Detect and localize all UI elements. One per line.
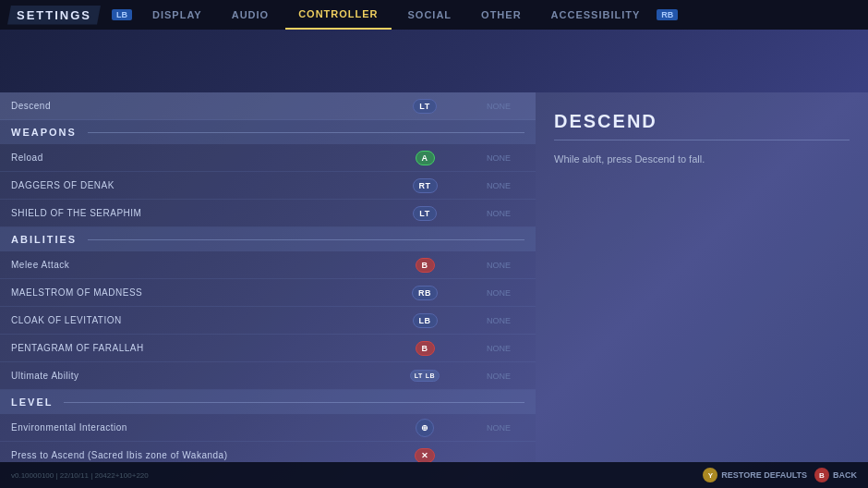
binding-key-descend[interactable]: LT — [388, 99, 462, 114]
binding-label-maelstrom: MAELSTROM OF MADNESS — [0, 287, 388, 298]
binding-label-daggers: DAGGERS OF DENAK — [0, 180, 388, 190]
binding-row-shield[interactable]: SHIELD OF THE SERAPHIM LT NONE — [0, 200, 536, 227]
detail-title: DESCEND — [554, 111, 850, 132]
binding-key-melee[interactable]: B — [388, 258, 462, 273]
key-combo-ultimate: LT LB — [410, 370, 440, 382]
nav-tab-other[interactable]: OTHER — [468, 0, 535, 30]
binding-secondary-pentagram: NONE — [462, 344, 536, 353]
detail-divider — [554, 140, 850, 140]
binding-key-daggers[interactable]: RT — [388, 178, 462, 193]
key-lt-shield: LT — [413, 206, 436, 221]
nav-tab-social[interactable]: SOCIAL — [395, 0, 465, 30]
section-abilities: ABILITIES — [0, 227, 536, 251]
binding-row-pentagram[interactable]: PENTAGRAM OF FARALLAH B NONE — [0, 335, 536, 362]
binding-key-ultimate[interactable]: LT LB — [388, 370, 462, 382]
section-line-abilities — [88, 239, 524, 240]
key-a-reload: A — [416, 151, 435, 165]
binding-key-pentagram[interactable]: B — [388, 341, 462, 356]
detail-description: While aloft, press Descend to fall. — [554, 152, 850, 167]
binding-secondary-reload: NONE — [462, 153, 536, 163]
binding-secondary-descend: NONE — [462, 102, 536, 111]
bindings-panel[interactable]: Descend LT NONE WEAPONS Reload A NONE DA… — [0, 92, 536, 462]
binding-secondary-cloak: NONE — [462, 316, 536, 325]
binding-secondary-maelstrom: NONE — [462, 288, 536, 298]
key-b-pentagram: B — [416, 341, 435, 356]
nav-tab-display[interactable]: DISPLAY — [139, 0, 215, 30]
section-weapons: WEAPONS — [0, 120, 536, 144]
key-env-interact: ⊕ — [416, 419, 434, 437]
section-title-abilities: ABILITIES — [11, 234, 77, 245]
key-lt-descend: LT — [413, 99, 436, 114]
rb-nav-badge: RB — [657, 9, 678, 20]
nav-tab-accessibility[interactable]: ACCESSIBILITY — [538, 0, 654, 30]
key-x-ascend: ✕ — [415, 448, 436, 463]
binding-secondary-ultimate: NONE — [462, 372, 536, 381]
binding-row-cloak[interactable]: CLOAK OF LEVITATION LB NONE — [0, 307, 536, 335]
binding-secondary-melee: NONE — [462, 261, 536, 270]
version-info: v0.10000100 | 22/10/11 | 20422+100+220 — [11, 471, 149, 480]
key-rb-maelstrom: RB — [412, 286, 438, 300]
settings-logo: SETTINGS — [7, 6, 101, 25]
binding-key-maelstrom[interactable]: RB — [388, 286, 462, 300]
binding-row-daggers[interactable]: DAGGERS OF DENAK RT NONE — [0, 172, 536, 200]
binding-secondary-daggers: NONE — [462, 181, 536, 190]
binding-label-shield: SHIELD OF THE SERAPHIM — [0, 208, 388, 218]
detail-panel: DESCEND While aloft, press Descend to fa… — [536, 92, 868, 462]
binding-row-melee[interactable]: Melee Attack B NONE — [0, 251, 536, 279]
binding-row-environmental[interactable]: Environmental Interaction ⊕ NONE — [0, 414, 536, 442]
binding-key-environmental[interactable]: ⊕ — [388, 419, 462, 437]
lb-nav-badge: LB — [112, 9, 132, 20]
binding-label-pentagram: PENTAGRAM OF FARALLAH — [0, 343, 388, 353]
binding-secondary-environmental: NONE — [462, 423, 536, 433]
binding-label-melee: Melee Attack — [0, 260, 388, 270]
top-navigation: SETTINGS LB DISPLAY AUDIO CONTROLLER SOC… — [0, 0, 868, 30]
nav-tab-controller[interactable]: CONTROLLER — [285, 0, 391, 30]
section-line-weapons — [88, 132, 524, 133]
nav-tab-audio[interactable]: AUDIO — [219, 0, 282, 30]
key-rt-daggers: RT — [413, 178, 438, 193]
y-button-icon: Y — [703, 468, 717, 482]
binding-label-descend: Descend — [0, 101, 388, 111]
binding-row-reload[interactable]: Reload A NONE — [0, 144, 536, 172]
b-button-icon: B — [814, 468, 829, 482]
binding-label-cloak: CLOAK OF LEVITATION — [0, 315, 388, 325]
binding-key-reload[interactable]: A — [388, 151, 462, 165]
section-level: Level — [0, 390, 536, 414]
bottom-actions: Y RESTORE DEFAULTS B BACK — [703, 468, 857, 482]
binding-key-cloak[interactable]: LB — [388, 313, 462, 328]
binding-label-ultimate: Ultimate Ability — [0, 371, 388, 381]
binding-label-reload: Reload — [0, 152, 388, 163]
restore-defaults-action[interactable]: Y RESTORE DEFAULTS — [703, 468, 807, 482]
binding-secondary-shield: NONE — [462, 209, 536, 218]
binding-row-ascend[interactable]: Press to Ascend (Sacred Ibis zone of Wak… — [0, 442, 536, 462]
binding-label-environmental: Environmental Interaction — [0, 422, 388, 433]
section-line-level — [64, 402, 524, 403]
key-b-melee: B — [416, 258, 435, 273]
key-lb-cloak: LB — [413, 313, 438, 328]
binding-key-shield[interactable]: LT — [388, 206, 462, 221]
back-action[interactable]: B BACK — [814, 468, 857, 482]
main-content: Descend LT NONE WEAPONS Reload A NONE DA… — [0, 92, 868, 462]
binding-row-maelstrom[interactable]: MAELSTROM OF MADNESS RB NONE — [0, 279, 536, 307]
bottom-bar: v0.10000100 | 22/10/11 | 20422+100+220 Y… — [0, 462, 868, 488]
restore-defaults-label: RESTORE DEFAULTS — [721, 470, 807, 480]
binding-row-descend[interactable]: Descend LT NONE — [0, 92, 536, 120]
section-title-level: Level — [11, 396, 53, 408]
binding-row-ultimate[interactable]: Ultimate Ability LT LB NONE — [0, 362, 536, 390]
back-label: BACK — [833, 470, 857, 480]
section-title-weapons: WEAPONS — [11, 127, 77, 138]
binding-label-ascend: Press to Ascend (Sacred Ibis zone of Wak… — [0, 450, 388, 460]
binding-key-ascend[interactable]: ✕ — [388, 448, 462, 463]
